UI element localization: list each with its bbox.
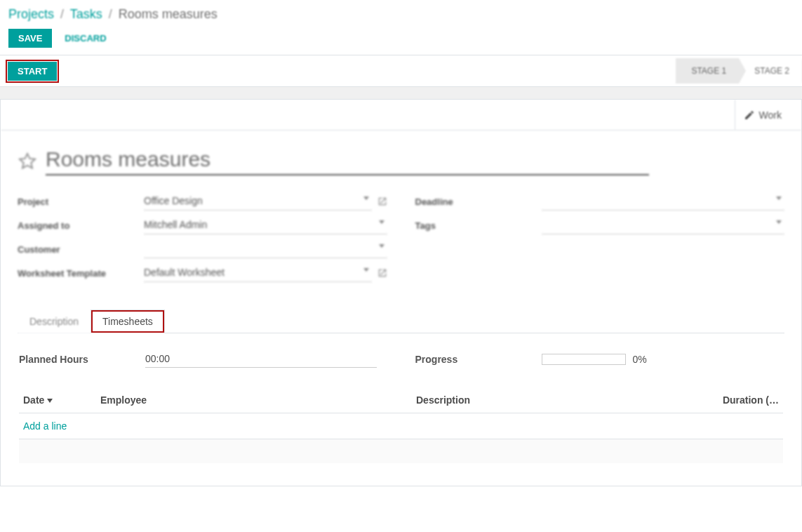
deadline-field[interactable] (542, 192, 785, 211)
control-panel-buttons: SAVE DISCARD (0, 26, 802, 55)
notebook-tabs: Description Timesheets (18, 309, 784, 333)
assigned-label: Assigned to (18, 220, 144, 231)
title-row (18, 147, 784, 175)
breadcrumb-tasks[interactable]: Tasks (70, 7, 102, 21)
tags-label: Tags (415, 220, 542, 231)
save-button[interactable]: SAVE (8, 29, 52, 48)
external-link-icon[interactable] (377, 197, 387, 206)
project-label: Project (18, 197, 144, 207)
add-line-link[interactable]: Add a line (23, 420, 67, 432)
progress-percent: 0% (633, 354, 647, 365)
tab-timesheets[interactable]: Timesheets (91, 310, 165, 333)
worksheet-stat-label: Work (759, 109, 782, 121)
breadcrumb: Projects / Tasks / Rooms measures (0, 0, 802, 26)
progress-label: Progress (415, 354, 542, 365)
worksheet-template-field[interactable]: Default Worksheet (144, 264, 372, 282)
chevron-down-icon (363, 197, 369, 200)
table-row: Add a line (19, 413, 783, 439)
sort-desc-icon (47, 399, 53, 403)
breadcrumb-sep: / (60, 7, 64, 21)
chevron-down-icon (379, 244, 385, 248)
assigned-field[interactable]: Mitchell Admin (144, 216, 387, 234)
star-icon[interactable] (18, 152, 37, 171)
stat-button-box: Work (1, 100, 801, 131)
tab-timesheets-content: Planned Hours Progress 0% Date Employee … (18, 333, 784, 469)
planned-hours-input[interactable] (145, 350, 377, 368)
breadcrumb-projects[interactable]: Projects (8, 7, 54, 21)
task-title-input[interactable] (46, 147, 649, 175)
col-description[interactable]: Description (412, 387, 713, 413)
planned-hours-label: Planned Hours (19, 354, 145, 365)
stage-2[interactable]: STAGE 2 (739, 58, 802, 84)
breadcrumb-sep: / (109, 7, 112, 21)
status-gap (0, 87, 802, 100)
customer-field[interactable] (144, 240, 387, 258)
form-columns: Project Office Design Assigned to Mitche… (18, 189, 784, 285)
table-total-row (19, 439, 783, 463)
chevron-down-icon (363, 268, 369, 272)
chevron-down-icon (379, 220, 385, 224)
col-duration[interactable]: Duration (… (713, 387, 783, 413)
col-date[interactable]: Date (19, 387, 96, 413)
worksheet-stat-button[interactable]: Work (735, 100, 790, 130)
status-bar: START STAGE 1 STAGE 2 (0, 55, 802, 87)
start-highlight: START (6, 60, 59, 83)
chevron-down-icon (776, 220, 782, 224)
deadline-label: Deadline (415, 197, 542, 207)
progress-bar (542, 354, 626, 365)
discard-button[interactable]: DISCARD (55, 29, 116, 48)
customer-label: Customer (18, 244, 144, 255)
start-button[interactable]: START (8, 62, 57, 81)
breadcrumb-current: Rooms measures (119, 7, 218, 21)
tags-field[interactable] (542, 216, 785, 234)
worksheet-template-label: Worksheet Template (18, 268, 144, 279)
chevron-down-icon (776, 197, 782, 200)
pencil-icon (744, 109, 755, 121)
timesheet-table: Date Employee Description Duration (… Ad… (19, 387, 783, 463)
form-sheet: Work Project Office Design Assigned to (0, 100, 802, 486)
stage-flow: STAGE 1 STAGE 2 (676, 58, 802, 84)
col-employee[interactable]: Employee (96, 387, 412, 413)
external-link-icon[interactable] (377, 268, 387, 278)
tab-description[interactable]: Description (18, 310, 91, 333)
stage-1[interactable]: STAGE 1 (676, 58, 739, 84)
project-field[interactable]: Office Design (144, 192, 372, 211)
